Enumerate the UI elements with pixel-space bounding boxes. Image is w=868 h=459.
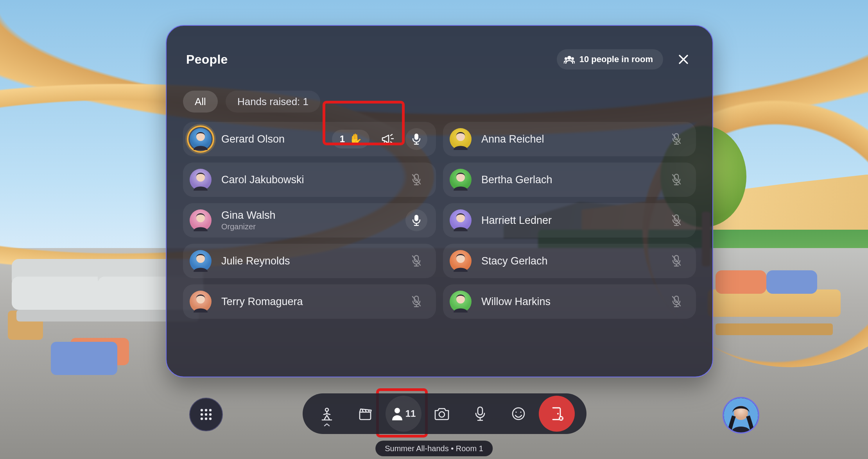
- travel-icon: [319, 406, 335, 421]
- exit-door-icon: [550, 406, 564, 421]
- microphone-muted-icon: [665, 291, 687, 313]
- participant-name: Anna Reichel: [481, 133, 544, 145]
- close-button[interactable]: [674, 50, 693, 69]
- participant-avatar: [188, 168, 213, 192]
- microphone-muted-icon: [665, 209, 687, 231]
- participant-avatar: [188, 208, 213, 232]
- clapper-icon: [357, 406, 373, 421]
- cushion-blue: [51, 342, 117, 375]
- participant-row[interactable]: Stacy Gerlach: [443, 244, 696, 278]
- svg-point-46: [513, 408, 524, 420]
- participant-row[interactable]: Anna Reichel: [443, 122, 696, 156]
- participant-name: Willow Harkins: [481, 296, 551, 308]
- microphone-icon: [474, 406, 486, 421]
- svg-rect-45: [478, 407, 482, 415]
- svg-point-36: [201, 413, 203, 416]
- microphone-muted-icon: [665, 169, 687, 191]
- self-avatar-button[interactable]: [723, 397, 759, 434]
- participant-subtitle: Organizer: [221, 222, 276, 231]
- dock-bar: 11: [303, 393, 586, 434]
- tab-all[interactable]: All: [183, 91, 218, 113]
- microphone-muted-icon: [405, 291, 427, 313]
- svg-point-1: [565, 57, 567, 60]
- bench-cushion-orange: [716, 270, 766, 294]
- apps-menu-button[interactable]: [189, 398, 223, 431]
- participant-row[interactable]: Carol Jakubowski: [183, 163, 436, 197]
- svg-point-0: [567, 56, 571, 60]
- participant-avatar: [188, 289, 213, 314]
- people-cluster-icon: [564, 55, 575, 64]
- dock-leave-button[interactable]: [539, 396, 575, 432]
- svg-point-35: [209, 409, 212, 411]
- svg-point-40: [205, 418, 207, 420]
- svg-point-34: [205, 409, 207, 411]
- microphone-muted-icon: [665, 128, 687, 150]
- participant-avatar: [188, 127, 213, 151]
- panel-title: People: [186, 52, 228, 67]
- participant-name: Carol Jakubowski: [221, 174, 304, 186]
- participant-row[interactable]: Bertha Gerlach: [443, 163, 696, 197]
- participant-avatar: [448, 249, 473, 273]
- participant-name: Julie Reynolds: [221, 255, 290, 267]
- panel-header: People 10 people in room: [167, 26, 712, 77]
- participant-name: Terry Romaguera: [221, 296, 303, 308]
- svg-point-47: [515, 411, 516, 413]
- svg-rect-17: [414, 215, 418, 221]
- participant-avatar: [448, 289, 473, 314]
- svg-point-48: [520, 411, 521, 413]
- dock-reactions-button[interactable]: [500, 396, 536, 432]
- meeting-location-label: Summer All-hands • Room 1: [385, 444, 483, 453]
- dock-microphone-button[interactable]: [462, 396, 498, 432]
- svg-point-33: [201, 409, 203, 411]
- svg-rect-5: [414, 134, 418, 140]
- smile-icon: [511, 406, 526, 421]
- microphone-muted-icon: [405, 169, 427, 191]
- apps-grid-icon: [199, 408, 213, 421]
- participant-row[interactable]: Terry Romaguera: [183, 284, 436, 319]
- participant-row[interactable]: Gerard Olson 1✋: [183, 122, 436, 156]
- participant-row[interactable]: Gina WalshOrganizer: [183, 203, 436, 238]
- people-panel: People 10 people in room All Hands raise…: [166, 25, 713, 377]
- microphone-active-icon: [405, 209, 427, 231]
- svg-point-39: [201, 418, 203, 420]
- raised-hand-badge[interactable]: 1✋: [332, 130, 369, 148]
- dock-travel-button[interactable]: [309, 396, 345, 432]
- person-icon: [391, 407, 403, 420]
- dock-camera-button[interactable]: [424, 396, 460, 432]
- tab-hands-raised[interactable]: Hands raised: 1: [226, 91, 320, 113]
- filter-tabs: All Hands raised: 1: [167, 77, 712, 122]
- svg-point-43: [395, 408, 400, 413]
- raised-hand-icon: ✋: [349, 133, 362, 146]
- participant-row[interactable]: Harriett Ledner: [443, 203, 696, 238]
- megaphone-icon[interactable]: [377, 128, 398, 150]
- svg-point-44: [439, 412, 445, 417]
- room-count-label: 10 people in room: [579, 54, 653, 64]
- svg-point-38: [209, 413, 212, 416]
- room-count-chip[interactable]: 10 people in room: [557, 49, 663, 70]
- participant-name: Gina Walsh: [221, 209, 276, 221]
- svg-point-41: [209, 418, 212, 420]
- meeting-location-chip: Summer All-hands • Room 1: [375, 441, 493, 456]
- participant-row[interactable]: Julie Reynolds: [183, 244, 436, 278]
- participant-avatar: [448, 208, 473, 232]
- participant-name: Bertha Gerlach: [481, 174, 552, 186]
- participant-row[interactable]: Willow Harkins: [443, 284, 696, 319]
- bench-cushion-blue: [766, 270, 817, 294]
- participant-avatar: [448, 127, 473, 151]
- dock-people-button[interactable]: 11: [386, 396, 421, 432]
- chevron-up-icon: [324, 423, 330, 427]
- self-avatar: [724, 398, 758, 432]
- dock-scenes-button[interactable]: [347, 396, 383, 432]
- dock-people-count: 11: [405, 408, 416, 419]
- microphone-muted-icon: [665, 250, 687, 272]
- hand-order: 1: [340, 134, 345, 145]
- participants-list: Gerard Olson 1✋ Anna Reichel Carol Jakub…: [167, 122, 712, 319]
- microphone-active-icon: [405, 128, 427, 150]
- participant-name: Gerard Olson: [221, 133, 285, 145]
- camera-icon: [434, 407, 450, 421]
- bench-legs: [716, 323, 833, 335]
- participant-name: Harriett Ledner: [481, 214, 552, 227]
- svg-point-49: [557, 413, 559, 414]
- participant-avatar: [448, 168, 473, 192]
- svg-point-2: [571, 57, 574, 60]
